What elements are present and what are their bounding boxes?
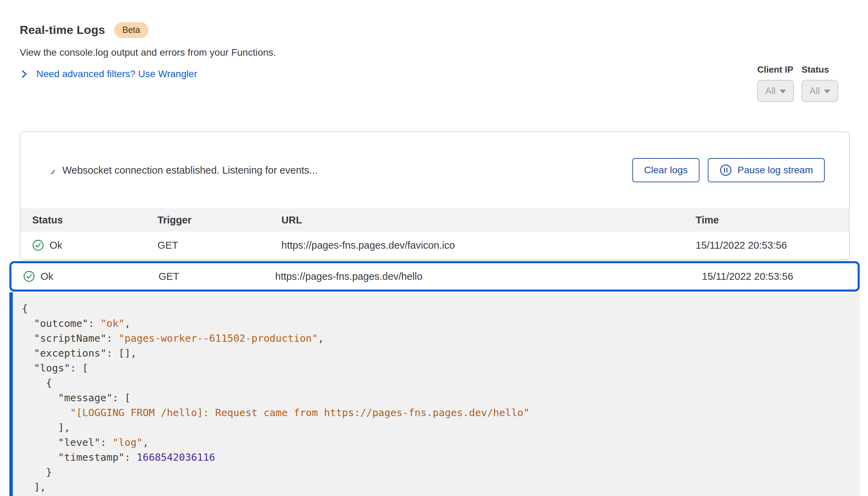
column-header-trigger: Trigger: [157, 214, 281, 226]
expanded-log-entry: Ok GET https://pages-fns.pages.dev/hello…: [9, 261, 860, 496]
row-trigger: GET: [159, 271, 275, 282]
status-filter-group: Status All: [802, 64, 838, 102]
status-filter-label: Status: [802, 64, 838, 75]
status-ok-icon: [23, 270, 35, 282]
page-title: Real-time Logs: [20, 23, 105, 37]
status-filter-value: All: [810, 86, 820, 97]
row-time: 15/11/2022 20:53:56: [702, 271, 844, 282]
row-trigger: GET: [157, 240, 281, 251]
row-url: https://pages-fns.pages.dev/favicon.ico: [281, 240, 696, 251]
caret-down-icon: [824, 90, 830, 93]
column-header-status: Status: [32, 214, 157, 226]
json-log-line: "message": [: [22, 391, 860, 405]
json-log-line: "[LOGGING FROM /hello]: Request came fro…: [22, 405, 860, 420]
json-log-line: ],: [22, 480, 860, 495]
status-filter-dropdown[interactable]: All: [802, 80, 838, 102]
log-detail-panel: { "outcome": "ok", "scriptName": "pages-…: [9, 292, 860, 496]
row-url: https://pages-fns.pages.dev/hello: [275, 271, 702, 282]
client-ip-filter-label: Client IP: [757, 64, 794, 75]
json-code: { "outcome": "ok", "scriptName": "pages-…: [22, 301, 860, 495]
beta-badge: Beta: [114, 22, 148, 38]
log-table-row[interactable]: Ok GET https://pages-fns.pages.dev/favic…: [20, 232, 849, 259]
json-log-line: "scriptName": "pages-worker--611502-prod…: [22, 331, 860, 346]
row-time: 15/11/2022 20:53:56: [696, 240, 835, 251]
chevron-right-icon: [20, 70, 29, 79]
pause-log-stream-label: Pause log stream: [738, 165, 813, 176]
card-bottom-sliver: [20, 259, 849, 260]
status-ok-icon: [32, 239, 44, 251]
clear-logs-label: Clear logs: [644, 165, 688, 176]
json-log-line: }: [22, 465, 860, 480]
client-ip-filter-value: All: [765, 86, 776, 97]
selected-log-row[interactable]: Ok GET https://pages-fns.pages.dev/hello…: [9, 261, 860, 292]
json-log-line: "exceptions": [],: [22, 346, 860, 361]
json-log-line: ],: [22, 420, 860, 435]
log-table-header: Status Trigger URL Time: [20, 208, 849, 232]
json-log-line: {: [22, 301, 860, 316]
json-log-line: "outcome": "ok",: [22, 316, 860, 331]
json-log-line: "logs": [: [22, 361, 860, 376]
advanced-filters-link-text[interactable]: Need advanced filters? Use Wrangler: [36, 68, 197, 80]
json-log-line: "level": "log",: [22, 435, 860, 450]
advanced-filters-link[interactable]: Need advanced filters? Use Wrangler: [20, 68, 868, 80]
pause-log-stream-button[interactable]: Pause log stream: [708, 158, 825, 182]
row-status: Ok: [49, 240, 62, 251]
client-ip-filter-dropdown[interactable]: All: [757, 80, 794, 102]
spinner-icon: [45, 164, 56, 176]
column-header-time: Time: [696, 214, 835, 226]
page-subtitle: View the console.log output and errors f…: [20, 47, 868, 58]
json-log-line: "timestamp": 1668542036116: [22, 450, 860, 465]
page-header: Real-time Logs Beta View the console.log…: [0, 0, 868, 80]
websocket-status-text: Websocket connection established. Listen…: [62, 165, 632, 176]
logs-toolbar: Websocket connection established. Listen…: [20, 132, 849, 208]
log-filters: Client IP All Status All: [757, 64, 838, 102]
caret-down-icon: [780, 90, 786, 93]
row-status: Ok: [40, 271, 53, 282]
logs-card: Websocket connection established. Listen…: [20, 131, 850, 260]
pause-icon: [720, 164, 732, 176]
column-header-url: URL: [281, 214, 696, 226]
clear-logs-button[interactable]: Clear logs: [632, 158, 699, 182]
client-ip-filter-group: Client IP All: [757, 64, 794, 102]
json-log-line: {: [22, 376, 860, 391]
